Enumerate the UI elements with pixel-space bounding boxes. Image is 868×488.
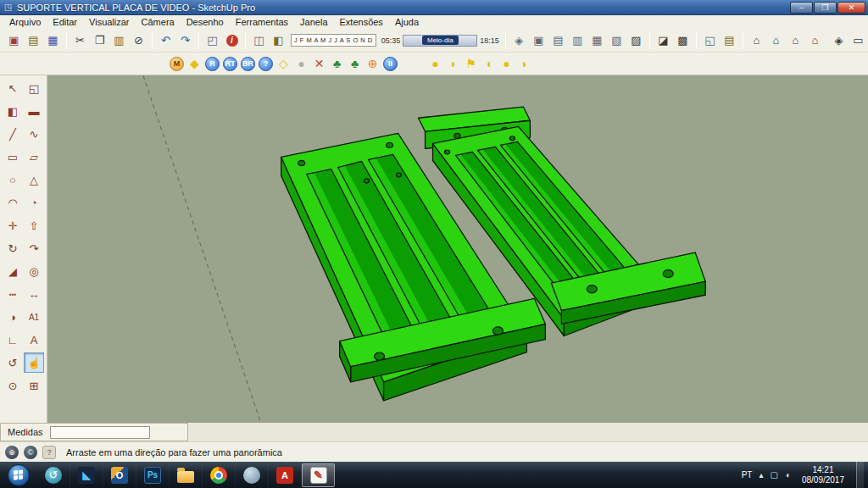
plugin-tree2-button[interactable]: ♣ [348, 57, 362, 71]
geolocation-icon[interactable]: ⊕ [5, 446, 19, 459]
erase-button[interactable]: ⊘ [129, 30, 148, 50]
front-view-button[interactable]: ▤ [548, 30, 568, 50]
get-models-button[interactable]: ⌂ [747, 30, 766, 50]
taskbar-app-chrome[interactable] [203, 463, 236, 487]
offset-tool[interactable]: ◎ [24, 261, 44, 281]
make-component-tool[interactable]: ◱ [24, 78, 44, 98]
tray-volume-icon[interactable]: ◖ [785, 470, 790, 480]
share-model-button[interactable]: ⌂ [766, 30, 786, 50]
minimize-button[interactable]: – [790, 2, 813, 14]
plugin-tree1-button[interactable]: ♣ [330, 57, 344, 71]
circle-tool[interactable]: ○ [3, 169, 23, 190]
extra-tool-button[interactable]: ▭ [849, 30, 868, 50]
model-info-button[interactable]: i [222, 30, 242, 50]
freehand-tool[interactable]: ∿ [24, 124, 44, 144]
plugin-pause-button[interactable]: II [383, 57, 398, 71]
line-tool[interactable]: ╱ [3, 124, 23, 144]
share-component-button[interactable]: ⌂ [786, 30, 805, 50]
perspective-button[interactable]: ▨ [626, 30, 646, 50]
entity-info-button[interactable]: ◰ [203, 30, 222, 50]
open-button[interactable]: ▤ [24, 30, 43, 50]
help-icon[interactable]: ? [42, 446, 56, 459]
plugin-flag-button[interactable]: ⚑ [464, 57, 478, 71]
menu-desenho[interactable]: Desenho [181, 17, 230, 27]
shadow-time-slider[interactable]: Meio-dia [403, 35, 477, 47]
credits-icon[interactable]: © [24, 446, 37, 459]
undo-button[interactable]: ↶ [156, 30, 175, 50]
shadow-toggle-button[interactable]: ◧ [269, 30, 288, 50]
rotated-rectangle-tool[interactable]: ▱ [24, 147, 44, 167]
back-view-button[interactable]: ▦ [587, 30, 607, 50]
plugin-cross-button[interactable]: ✕ [312, 57, 326, 71]
redo-button[interactable]: ↷ [175, 30, 195, 50]
menu-editar[interactable]: Editar [47, 17, 83, 27]
model-canvas[interactable] [47, 75, 868, 423]
menu-arquivo[interactable]: Arquivo [3, 17, 47, 27]
plugin-help-button[interactable]: ? [259, 57, 273, 71]
extension-warehouse-button[interactable]: ⌂ [805, 30, 825, 50]
move-tool[interactable]: ✛ [3, 215, 23, 236]
eraser-tool[interactable]: ▬ [24, 101, 44, 121]
pan-tool[interactable]: ☝ [24, 352, 44, 373]
plugin-wedge1-button[interactable]: ◗ [446, 57, 460, 71]
select-tool[interactable]: ↖ [3, 78, 23, 98]
left-view-button[interactable]: ▧ [607, 30, 626, 50]
menu-ajuda[interactable]: Ajuda [389, 17, 425, 27]
taskbar-app-photoshop[interactable]: Ps [136, 463, 170, 487]
dimension-tool[interactable]: ↔ [24, 284, 44, 304]
plugin-diamond2-button[interactable]: ◇ [276, 57, 291, 71]
paste-button[interactable]: ▥ [109, 30, 129, 50]
menu-ferramentas[interactable]: Ferramentas [230, 17, 294, 27]
push-pull-tool[interactable]: ⇧ [24, 215, 44, 236]
cut-button[interactable]: ✂ [70, 30, 90, 50]
taskbar-app-media[interactable]: ↺ [37, 463, 70, 487]
arc-tool[interactable]: ◠ [3, 192, 23, 213]
menu-camera[interactable]: Câmera [136, 17, 181, 27]
section-cut-button[interactable]: ▩ [673, 30, 693, 50]
start-button[interactable] [8, 464, 30, 486]
scale-tool[interactable]: ◢ [3, 261, 23, 281]
taskbar-app-explorer[interactable] [170, 463, 203, 487]
axes-tool[interactable]: ∟ [3, 330, 23, 350]
measurements-input[interactable] [50, 426, 150, 439]
text-tool[interactable]: A1 [24, 307, 44, 327]
3d-text-tool[interactable]: A [24, 330, 44, 350]
taskbar-app-sketchup[interactable]: ✎ [302, 463, 335, 487]
top-view-button[interactable]: ▣ [529, 30, 548, 50]
plugin-globe-button[interactable]: ⊕ [365, 57, 380, 71]
plugin-diamond-button[interactable]: ◆ [187, 57, 202, 71]
new-button[interactable]: ▣ [4, 30, 24, 50]
tape-measure-tool[interactable]: ┅ [3, 284, 23, 304]
follow-me-tool[interactable]: ↷ [24, 238, 44, 258]
menu-janela[interactable]: Janela [294, 17, 333, 27]
taskbar-app-sphere[interactable] [236, 463, 269, 487]
taskbar-app-acrobat[interactable]: A [269, 463, 302, 487]
plugin-m-button[interactable]: M [170, 57, 184, 71]
taskbar-app-outlook[interactable]: O [103, 463, 136, 487]
language-indicator[interactable]: PT [742, 470, 753, 480]
maximize-button[interactable]: ❐ [814, 2, 837, 14]
warehouse-cube-button[interactable]: ◱ [700, 30, 720, 50]
menu-extensoes[interactable]: Extensões [334, 17, 389, 27]
tray-display-icon[interactable]: ▢ [770, 470, 777, 480]
close-button[interactable]: ✕ [837, 2, 865, 14]
tray-clock[interactable]: 14:21 08/09/2017 [797, 465, 849, 485]
plugin-half-button[interactable]: ◖ [481, 57, 496, 71]
plugin-ball2-button[interactable]: ● [499, 57, 514, 71]
orbit-tool[interactable]: ↺ [3, 352, 23, 373]
plugin-ball1-button[interactable]: ● [428, 57, 442, 71]
pie-tool[interactable]: ◔ [24, 192, 44, 213]
taskbar-app-utility[interactable]: ◣ [70, 463, 103, 487]
rotate-tool[interactable]: ↻ [3, 238, 23, 258]
show-desktop-button[interactable] [856, 462, 864, 488]
navigation-button[interactable]: ◈ [829, 30, 849, 50]
right-view-button[interactable]: ▥ [568, 30, 587, 50]
plugin-rt-button[interactable]: RT [223, 57, 237, 71]
plugin-r-button[interactable]: R [205, 57, 220, 71]
copy-button[interactable]: ❐ [90, 30, 109, 50]
shadow-dialog-button[interactable]: ◫ [249, 30, 269, 50]
rectangle-tool[interactable]: ▭ [3, 147, 23, 167]
section-plane-button[interactable]: ◪ [654, 30, 673, 50]
menu-visualizar[interactable]: Visualizar [83, 17, 136, 27]
plugin-wedge2-button[interactable]: ◗ [517, 57, 531, 71]
